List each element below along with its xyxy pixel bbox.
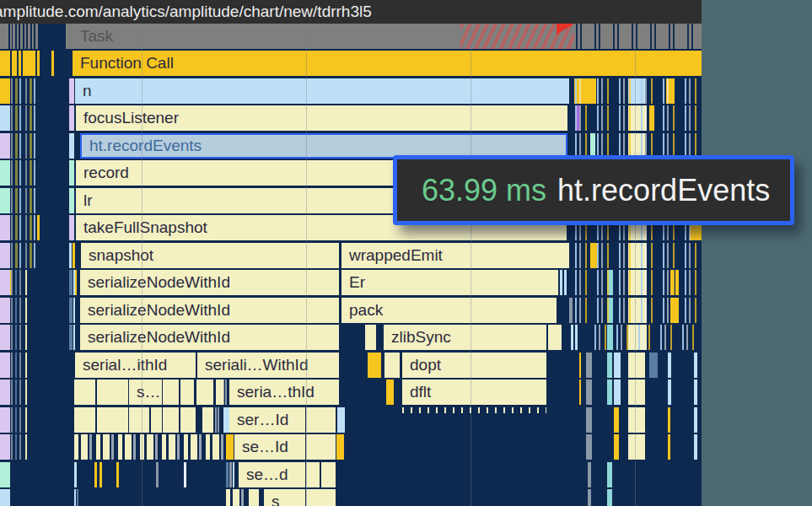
stripe-field xyxy=(25,325,27,350)
flame-bar-bar[interactable] xyxy=(97,407,128,433)
flame-bar-bar[interactable] xyxy=(386,380,394,405)
flame-bar-serial-ithid[interactable]: serial…ithId xyxy=(75,353,196,378)
flame-bar-bar[interactable] xyxy=(202,407,213,433)
flame-bar-wrappedemit[interactable]: wrappedEmit xyxy=(341,243,569,268)
stripe-field xyxy=(51,51,54,76)
flame-bar-bar[interactable] xyxy=(554,325,562,350)
flame-bar-s[interactable]: s… xyxy=(129,380,162,405)
flame-bar-serializenodewithid[interactable]: serializeNodeWithId xyxy=(80,325,339,350)
flame-chart[interactable]: TaskFunction CallnfocusListenerht.record… xyxy=(0,24,702,506)
flame-bar-bar[interactable] xyxy=(188,407,196,433)
stripe-field xyxy=(0,353,10,378)
stripe-field xyxy=(74,434,223,460)
flame-bar-bar[interactable] xyxy=(336,434,344,460)
stripe-field xyxy=(69,188,74,213)
stripe-field xyxy=(0,298,10,323)
flame-bar-bar[interactable] xyxy=(337,407,345,433)
stripe-field xyxy=(25,407,27,433)
stripe-field xyxy=(628,380,645,405)
stripe-field xyxy=(0,380,10,405)
flame-row: se…Id xyxy=(0,434,702,460)
flame-bar-bar[interactable] xyxy=(306,489,336,506)
stripe-field xyxy=(579,353,581,378)
flame-bar-er[interactable]: Er xyxy=(341,270,558,295)
flame-bar-bar[interactable] xyxy=(196,380,213,405)
stripe-field xyxy=(12,51,40,76)
flame-bar-serializenodewithid[interactable]: serializeNodeWithId xyxy=(80,270,339,295)
flame-bar-zlibsync[interactable]: zlibSync xyxy=(384,325,546,350)
stripe-field xyxy=(11,78,40,104)
stripe-field xyxy=(11,407,21,433)
flame-bar-seria-thid[interactable]: seria…thId xyxy=(229,380,339,405)
flame-row: focusListener xyxy=(0,105,702,131)
flame-row: snapshotwrappedEmit xyxy=(0,243,702,268)
stripe-field xyxy=(614,407,619,433)
stripe-field xyxy=(229,462,232,487)
stripe-field xyxy=(156,462,159,487)
stripe-field xyxy=(0,489,10,506)
flame-bar-bar[interactable] xyxy=(97,380,128,405)
flame-bar-bar[interactable] xyxy=(365,325,376,350)
stripe-field xyxy=(694,380,697,405)
stripe-field xyxy=(628,353,645,378)
flame-bar-bar[interactable] xyxy=(249,489,259,506)
tooltip-duration: 63.99 ms xyxy=(422,173,546,208)
flame-bar-bar[interactable] xyxy=(129,407,149,433)
flame-bar-bar[interactable] xyxy=(368,353,381,378)
stripe-field xyxy=(25,380,27,405)
flame-bar-dflt[interactable]: dflt xyxy=(402,380,546,405)
flame-bar-pack[interactable]: pack xyxy=(341,298,557,323)
stripe-field xyxy=(607,380,612,405)
flame-bar-bar[interactable] xyxy=(180,380,194,405)
stripe-field xyxy=(69,243,72,268)
flame-bar-bar[interactable] xyxy=(163,407,179,433)
flame-bar-bar[interactable] xyxy=(306,434,336,460)
flame-bar-bar[interactable] xyxy=(226,434,234,460)
stripe-field xyxy=(11,188,40,213)
flame-bar-snapshot[interactable]: snapshot xyxy=(81,243,339,268)
flame-bar-bar[interactable] xyxy=(306,407,336,433)
flame-bar-bar[interactable] xyxy=(180,407,188,433)
flame-bar-ser-id[interactable]: ser…Id xyxy=(229,407,305,433)
flame-bar-bar[interactable] xyxy=(306,462,320,487)
flame-bar-bar[interactable] xyxy=(74,380,95,405)
stripe-field xyxy=(11,105,40,131)
stripe-field xyxy=(30,24,32,49)
stripe-field xyxy=(607,462,612,487)
flame-bar-focuslistener[interactable]: focusListener xyxy=(76,105,567,131)
stripe-field xyxy=(614,434,619,460)
flame-bar-bar[interactable] xyxy=(216,380,223,405)
stripe-field xyxy=(11,325,21,350)
flame-bar-n[interactable]: n xyxy=(75,78,569,104)
tooltip-function-name: ht.recordEvents xyxy=(557,173,770,208)
stripe-field xyxy=(73,243,75,268)
flame-bar-bar[interactable] xyxy=(151,407,162,433)
flame-bar-bar[interactable] xyxy=(384,353,400,378)
stripe-field xyxy=(694,353,697,378)
flame-bar-serializenodewithid[interactable]: serializeNodeWithId xyxy=(80,298,339,323)
flame-bar-bar[interactable] xyxy=(74,407,95,433)
stripe-field xyxy=(571,298,702,323)
stripe-field xyxy=(74,489,76,506)
flame-bar-function-call[interactable]: Function Call xyxy=(73,51,702,76)
flame-bar-se-d[interactable]: se…d xyxy=(239,462,305,487)
stripe-field xyxy=(25,298,27,323)
flame-bar-s[interactable]: s xyxy=(264,489,305,506)
stripe-field xyxy=(77,489,78,506)
flame-bar-bar[interactable] xyxy=(163,380,179,405)
flame-row: serializeNodeWithIdpack xyxy=(0,298,702,323)
flame-bar-bar[interactable] xyxy=(321,462,336,487)
flame-bar-seriali-withid[interactable]: seriali…WithId xyxy=(197,353,339,378)
flame-row-task: Task xyxy=(0,24,702,49)
stripe-field xyxy=(233,462,234,487)
url-bar[interactable]: amplitude.com/analytics/amplitude/chart/… xyxy=(0,0,702,24)
flame-bar-dopt[interactable]: dopt xyxy=(402,353,546,378)
stripe-field xyxy=(0,243,10,268)
stripe-field xyxy=(588,462,591,487)
devtools-performance-window: amplitude.com/analytics/amplitude/chart/… xyxy=(0,0,702,506)
stripe-field xyxy=(649,353,658,378)
flame-bar-se-id[interactable]: se…Id xyxy=(234,434,305,460)
stripe-field xyxy=(73,325,75,350)
task-label: Task xyxy=(80,24,113,49)
stripe-field xyxy=(571,270,702,295)
